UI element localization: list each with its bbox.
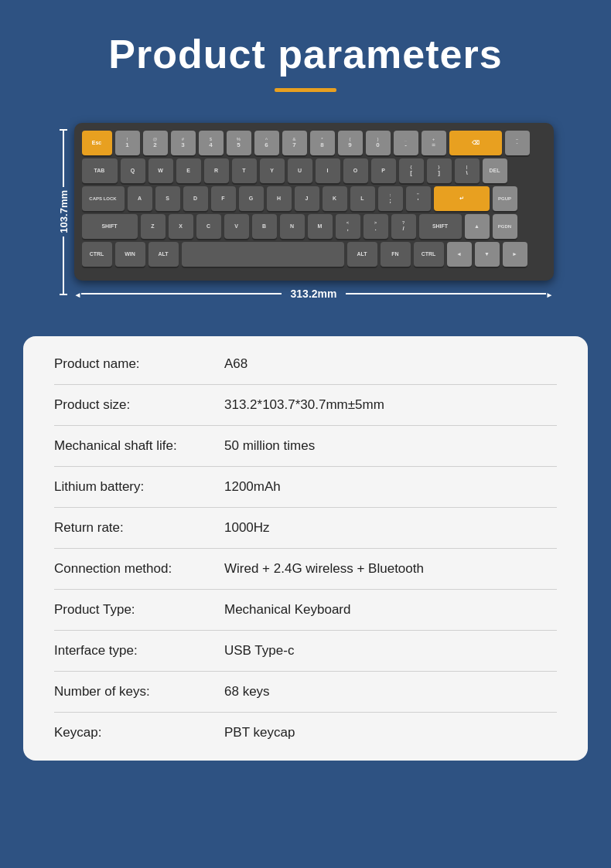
- key-3: #3: [171, 131, 196, 155]
- spec-row: Number of keys:68 keys: [54, 672, 557, 713]
- key-backslash: |\: [455, 158, 480, 183]
- key-h: H: [267, 186, 292, 211]
- spec-row: Product size:313.2*103.7*30.7mm±5mm: [54, 385, 557, 426]
- spec-value: Wired + 2.4G wireless + Bluetooth: [224, 561, 424, 577]
- key-0: )0: [366, 131, 391, 155]
- key-e: E: [176, 158, 201, 183]
- key-equals: +=: [422, 131, 446, 155]
- page-title: Product parameters: [108, 31, 502, 77]
- keyboard-diagram: 103.7mm Esc !1 @2 #3 $4 %5 ^6 &7 *8 (9 )…: [23, 115, 588, 308]
- key-minus: _-: [394, 131, 418, 155]
- key-x: X: [169, 214, 193, 239]
- key-period: >.: [364, 214, 388, 239]
- spec-row: Keycap:PBT keycap: [54, 713, 557, 753]
- dim-arrow-left: [74, 287, 82, 301]
- keyboard-wrapper: Esc !1 @2 #3 $4 %5 ^6 &7 *8 (9 )0 _- += …: [74, 123, 554, 301]
- keyboard-body: Esc !1 @2 #3 $4 %5 ^6 &7 *8 (9 )0 _- += …: [74, 123, 554, 281]
- key-capslock: CAPS LOCK: [82, 186, 125, 211]
- key-8: *8: [310, 131, 335, 155]
- key-tilde: ~`: [505, 131, 530, 155]
- keyboard-row-4: SHIFT Z X C V B N M <, >. ?/ SHIFT ▲ PGD…: [82, 214, 546, 239]
- key-backspace: ⌫: [449, 131, 502, 155]
- vertical-dimension: 103.7mm: [58, 129, 70, 295]
- spec-row: Lithium battery:1200mAh: [54, 467, 557, 508]
- key-lalt: ALT: [148, 242, 179, 267]
- key-v: V: [224, 214, 249, 239]
- keyboard-row-5: CTRL WIN ALT ALT FN CTRL ◄ ▼ ►: [82, 242, 546, 267]
- dim-line-right: [346, 293, 545, 294]
- keyboard-row-1: Esc !1 @2 #3 $4 %5 ^6 &7 *8 (9 )0 _- += …: [82, 131, 546, 155]
- key-7: &7: [282, 131, 307, 155]
- keyboard-row-2: TAB Q W E R T Y U I O P {[ }] |\ DEL: [82, 158, 546, 183]
- key-a: A: [128, 186, 152, 211]
- spec-row: Connection method:Wired + 2.4G wireless …: [54, 549, 557, 590]
- key-n: N: [280, 214, 305, 239]
- spec-label: Lithium battery:: [54, 479, 224, 495]
- spec-label: Product Type:: [54, 602, 224, 618]
- dim-cap-bottom: [60, 294, 67, 295]
- spec-value: PBT keycap: [224, 725, 295, 740]
- key-fn: FN: [381, 242, 411, 267]
- spec-value: 1200mAh: [224, 479, 281, 495]
- spec-label: Product size:: [54, 397, 224, 413]
- key-semicolon: :;: [378, 186, 403, 211]
- key-win: WIN: [115, 242, 145, 267]
- key-q: Q: [121, 158, 145, 183]
- key-y: Y: [260, 158, 285, 183]
- key-up: ▲: [465, 214, 490, 239]
- spec-row: Return rate:1000Hz: [54, 508, 557, 549]
- key-lshift: SHIFT: [82, 214, 138, 239]
- key-pgup: PGUP: [493, 186, 517, 211]
- key-l: L: [350, 186, 375, 211]
- key-enter: ↵: [434, 186, 490, 211]
- spec-label: Connection method:: [54, 561, 224, 577]
- key-j: J: [295, 186, 319, 211]
- spec-label: Return rate:: [54, 520, 224, 536]
- key-pgdn: PGDN: [493, 214, 517, 239]
- key-rctrl: CTRL: [414, 242, 444, 267]
- spec-value: A68: [224, 356, 247, 372]
- spec-row: Interface type:USB Type-c: [54, 631, 557, 672]
- key-ralt: ALT: [347, 242, 377, 267]
- key-slash: ?/: [391, 214, 416, 239]
- key-space: [182, 242, 344, 267]
- key-p: P: [371, 158, 396, 183]
- spec-label: Mechanical shaft life:: [54, 438, 224, 454]
- width-label: 313.2mm: [282, 288, 346, 300]
- key-6: ^6: [254, 131, 279, 155]
- key-u: U: [288, 158, 312, 183]
- key-right: ►: [503, 242, 527, 267]
- spec-value: 313.2*103.7*30.7mm±5mm: [224, 397, 384, 413]
- spec-label: Keycap:: [54, 725, 224, 740]
- spec-value: 50 million times: [224, 438, 315, 454]
- key-rshift: SHIFT: [419, 214, 462, 239]
- key-m: M: [308, 214, 333, 239]
- height-label: 103.7mm: [58, 187, 70, 237]
- key-rbracket: }]: [427, 158, 452, 183]
- spec-row: Mechanical shaft life:50 million times: [54, 426, 557, 467]
- specs-card: Product name:A68Product size:313.2*103.7…: [23, 336, 588, 761]
- key-c: C: [196, 214, 221, 239]
- key-r: R: [204, 158, 229, 183]
- spec-label: Number of keys:: [54, 684, 224, 700]
- key-left: ◄: [447, 242, 472, 267]
- key-k: K: [323, 186, 347, 211]
- spec-label: Interface type:: [54, 643, 224, 659]
- key-g: G: [239, 186, 264, 211]
- key-b: B: [252, 214, 277, 239]
- key-w: W: [148, 158, 173, 183]
- key-f: F: [211, 186, 236, 211]
- horizontal-dimension: 313.2mm: [74, 287, 554, 301]
- key-5: %5: [227, 131, 251, 155]
- key-down: ▼: [475, 242, 500, 267]
- key-d: D: [183, 186, 208, 211]
- dim-line-left: [81, 293, 281, 294]
- key-1: !1: [115, 131, 140, 155]
- spec-value: 1000Hz: [224, 520, 270, 536]
- dim-line-bottom: [63, 237, 64, 294]
- key-i: I: [316, 158, 340, 183]
- key-2: @2: [143, 131, 168, 155]
- key-t: T: [232, 158, 257, 183]
- key-s: S: [155, 186, 180, 211]
- dim-arrow-right: [546, 287, 554, 301]
